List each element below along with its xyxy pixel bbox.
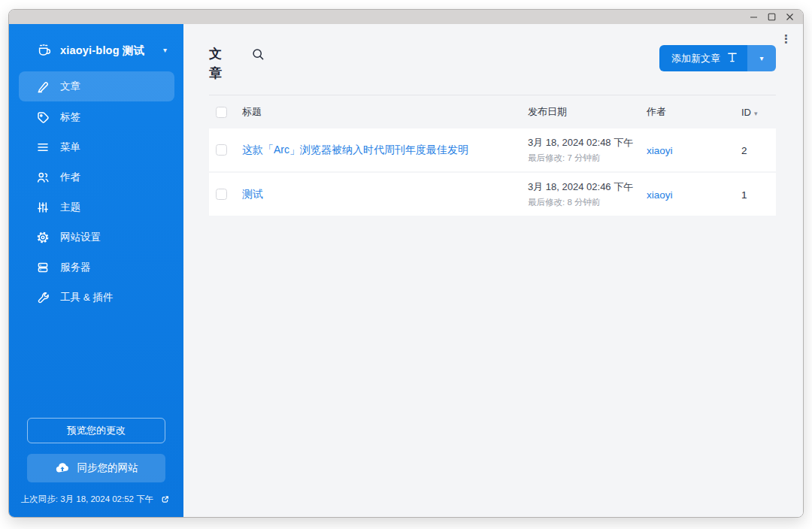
sidebar-item-site-settings[interactable]: 网站设置 xyxy=(9,222,183,252)
sidebar-item-label: 作者 xyxy=(60,171,80,184)
site-name: xiaoyi-blog 测试 xyxy=(60,44,154,58)
post-modified: 最后修改: 8 分钟前 xyxy=(528,197,647,208)
table-header: 标题 发布日期 作者 ID▾ xyxy=(209,95,776,128)
post-title-link[interactable]: 测试 xyxy=(242,188,528,201)
sidebar-item-label: 网站设置 xyxy=(60,231,101,244)
sidebar-item-label: 服务器 xyxy=(60,261,91,274)
add-text-icon xyxy=(727,52,738,65)
column-header-id-label: ID xyxy=(741,107,751,118)
chevron-down-icon: ▾ xyxy=(163,47,167,54)
last-sync-text: 上次同步: 3月 18, 2024 02:52 下午 xyxy=(21,494,153,505)
sliders-icon xyxy=(36,201,50,214)
menu-icon xyxy=(36,141,50,154)
post-date: 3月 18, 2024 02:46 下午 xyxy=(528,180,647,194)
cloud-upload-icon xyxy=(55,461,70,476)
page-title: 文章 xyxy=(209,44,226,83)
row-checkbox[interactable] xyxy=(216,189,227,200)
row-checkbox[interactable] xyxy=(216,144,227,156)
add-new-post-label: 添加新文章 xyxy=(671,52,720,65)
sidebar-item-label: 工具 & 插件 xyxy=(60,291,114,304)
sidebar-item-label: 标签 xyxy=(60,110,80,124)
preview-changes-button[interactable]: 预览您的更改 xyxy=(27,418,165,443)
post-id: 1 xyxy=(741,189,747,201)
server-icon xyxy=(36,261,50,274)
sidebar-item-server[interactable]: 服务器 xyxy=(9,252,183,283)
window-titlebar xyxy=(9,10,803,24)
column-header-date[interactable]: 发布日期 xyxy=(528,105,647,119)
post-author-link[interactable]: xiaoyi xyxy=(647,145,673,156)
column-header-title[interactable]: 标题 xyxy=(242,105,528,119)
search-button[interactable] xyxy=(250,47,266,65)
minimize-icon[interactable] xyxy=(744,10,762,24)
post-modified: 最后修改: 7 分钟前 xyxy=(528,153,647,164)
column-header-id[interactable]: ID▾ xyxy=(741,107,776,118)
sidebar-item-label: 主题 xyxy=(60,201,80,214)
sidebar-item-label: 文章 xyxy=(60,80,80,93)
last-sync-status: 上次同步: 3月 18, 2024 02:52 下午 xyxy=(9,494,183,505)
sort-desc-icon: ▾ xyxy=(754,110,758,117)
close-icon[interactable] xyxy=(780,10,798,24)
table-row[interactable]: 测试 3月 18, 2024 02:46 下午 最后修改: 8 分钟前 xiao… xyxy=(209,173,776,216)
sidebar-nav: 文章 标签 xyxy=(9,71,183,313)
sidebar: xiaoyi-blog 测试 ▾ 文章 xyxy=(9,24,183,517)
sidebar-item-themes[interactable]: 主题 xyxy=(9,192,183,222)
maximize-icon[interactable] xyxy=(762,10,780,24)
post-id: 2 xyxy=(741,145,747,156)
chevron-down-icon: ▾ xyxy=(759,55,763,62)
sidebar-item-authors[interactable]: 作者 xyxy=(9,162,183,192)
column-header-author[interactable]: 作者 xyxy=(647,105,741,119)
sync-website-label: 同步您的网站 xyxy=(77,461,138,475)
sidebar-item-menus[interactable]: 菜单 xyxy=(9,132,183,162)
main-header: 文章 添加新文章 xyxy=(209,44,776,83)
select-all-checkbox[interactable] xyxy=(216,107,227,118)
add-new-post-dropdown[interactable]: ▾ xyxy=(747,45,776,71)
app-window: xiaoyi-blog 测试 ▾ 文章 xyxy=(8,9,804,518)
add-new-post-button[interactable]: 添加新文章 ▾ xyxy=(659,45,776,71)
post-title-link[interactable]: 这款「Arc」浏览器被纳入时代周刊年度最佳发明 xyxy=(242,144,528,157)
sidebar-item-posts[interactable]: 文章 xyxy=(19,71,174,101)
wrench-icon xyxy=(36,291,50,304)
tag-icon xyxy=(36,110,50,124)
post-date: 3月 18, 2024 02:48 下午 xyxy=(528,136,647,150)
sidebar-item-label: 菜单 xyxy=(60,141,80,154)
table-row[interactable]: 这款「Arc」浏览器被纳入时代周刊年度最佳发明 3月 18, 2024 02:4… xyxy=(209,128,776,171)
main-content: ⋮ 文章 添加新文章 xyxy=(183,24,803,517)
users-icon xyxy=(36,171,50,184)
sidebar-item-tools-plugins[interactable]: 工具 & 插件 xyxy=(9,283,183,313)
sidebar-item-tags[interactable]: 标签 xyxy=(9,102,183,132)
add-new-post-main[interactable]: 添加新文章 xyxy=(659,45,747,71)
search-icon xyxy=(252,52,265,63)
sync-website-button[interactable]: 同步您的网站 xyxy=(27,454,165,482)
post-author-link[interactable]: xiaoyi xyxy=(647,189,673,201)
preview-changes-label: 预览您的更改 xyxy=(67,424,126,437)
gear-icon xyxy=(36,231,50,244)
external-link-icon[interactable] xyxy=(158,494,171,504)
more-options-icon[interactable]: ⋮ xyxy=(780,33,792,44)
site-switcher[interactable]: xiaoyi-blog 测试 ▾ xyxy=(9,43,183,58)
cup-icon xyxy=(36,43,51,58)
pencil-icon xyxy=(36,80,50,93)
